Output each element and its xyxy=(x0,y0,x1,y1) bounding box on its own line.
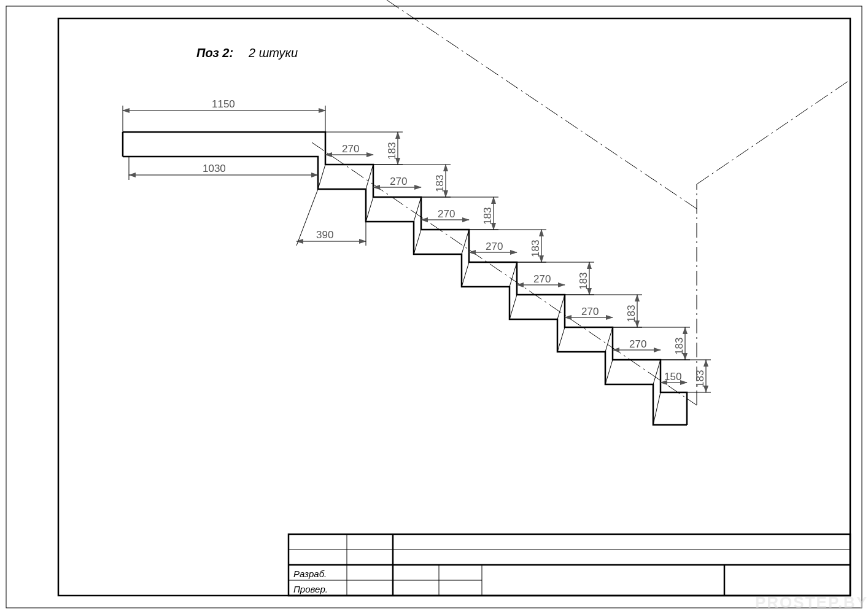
outer-frame xyxy=(6,6,862,608)
svg-text:183: 183 xyxy=(694,370,706,387)
svg-text:183: 183 xyxy=(482,208,494,225)
svg-text:270: 270 xyxy=(629,338,646,350)
svg-text:270: 270 xyxy=(581,306,599,317)
svg-text:1150: 1150 xyxy=(212,98,235,110)
svg-text:270: 270 xyxy=(342,143,359,155)
position-label: Поз 2: xyxy=(196,46,233,60)
svg-text:183: 183 xyxy=(626,305,637,322)
svg-text:270: 270 xyxy=(533,273,551,285)
svg-text:270: 270 xyxy=(438,208,455,220)
titleblock-row1: Разраб. xyxy=(293,569,327,579)
roof-line-1 xyxy=(697,80,850,184)
svg-text:390: 390 xyxy=(316,229,333,241)
svg-text:270: 270 xyxy=(486,241,503,252)
upper-diagonal xyxy=(387,0,697,209)
svg-line-19 xyxy=(296,189,318,246)
watermark: PROSTEP.BY xyxy=(755,593,868,612)
titleblock-row2: Провер. xyxy=(293,584,328,594)
svg-text:150: 150 xyxy=(664,371,681,383)
svg-text:183: 183 xyxy=(530,240,541,257)
step-dims: 270 183 270 183 270 183 270 183 270 183 … xyxy=(325,132,711,392)
title-block: Разраб. Провер. xyxy=(289,534,850,596)
dim-1150: 1150 xyxy=(123,98,325,132)
svg-text:183: 183 xyxy=(434,175,446,192)
inner-frame xyxy=(58,18,850,596)
svg-text:183: 183 xyxy=(578,273,589,290)
svg-text:183: 183 xyxy=(673,338,685,355)
svg-text:270: 270 xyxy=(390,176,407,187)
dim-390: 390 xyxy=(296,189,366,246)
svg-text:1030: 1030 xyxy=(203,163,226,174)
position-qty: 2 штуки xyxy=(248,46,298,60)
pitch-line xyxy=(312,142,697,405)
dim-1030: 1030 xyxy=(129,157,318,180)
svg-text:183: 183 xyxy=(386,142,398,160)
